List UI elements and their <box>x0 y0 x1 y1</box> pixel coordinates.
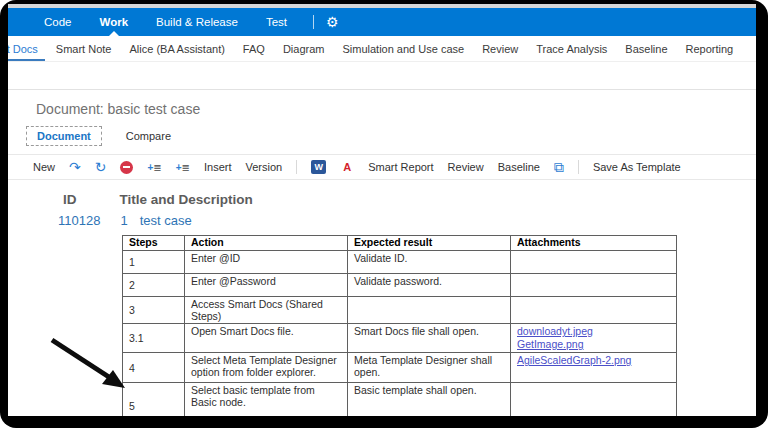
table-row: 3Access Smart Docs (Shared Steps) <box>123 297 677 324</box>
settings-gear-icon[interactable]: ⚙ <box>326 14 339 30</box>
step-number-cell[interactable]: 3.1 <box>123 324 185 353</box>
attachments-cell[interactable] <box>511 251 677 274</box>
tab-label: Smart Note <box>56 43 112 55</box>
tab-baseline[interactable]: Baseline <box>616 36 676 62</box>
add-row-above-icon[interactable]: +≣ <box>147 162 161 173</box>
new-button[interactable]: New <box>33 161 55 173</box>
baseline-button[interactable]: Baseline <box>498 161 540 173</box>
nav-item-label: Code <box>44 16 72 28</box>
tab-alice-ba-assistant-[interactable]: Alice (BA Assistant) <box>120 36 233 62</box>
attachments-cell[interactable] <box>511 274 677 297</box>
review-button[interactable]: Review <box>448 161 484 173</box>
tab-label: Diagram <box>283 43 325 55</box>
nav-item-label: Work <box>100 16 129 28</box>
insert-button[interactable]: Insert <box>204 161 232 173</box>
screen: Code Work Build & Release Test ⚙ rt Docs… <box>8 4 756 416</box>
nav-item-code[interactable]: Code <box>30 8 86 36</box>
document-title: Document: basic test case <box>8 90 756 117</box>
attachments-cell[interactable] <box>511 383 677 416</box>
toolbar-separator <box>296 160 297 174</box>
work-item-row: 110128 1test case <box>8 213 756 228</box>
tab-label: Review <box>482 43 518 55</box>
table-row: 4Select Meta Template Designer option fr… <box>123 353 677 383</box>
table-row: 3.1Open Smart Docs file.Smart Docs file … <box>123 324 677 353</box>
column-header-attachments: Attachments <box>511 236 677 251</box>
expected-result-cell[interactable] <box>348 297 511 324</box>
nav-item-test[interactable]: Test <box>252 8 301 36</box>
action-cell[interactable]: Enter @ID <box>185 251 348 274</box>
document-content: ID Title and Description 110128 1test ca… <box>8 180 756 416</box>
tab-label: FAQ <box>243 43 265 55</box>
step-number-cell[interactable]: 1 <box>123 251 185 274</box>
add-row-below-icon[interactable]: +≣ <box>176 162 190 173</box>
title-column-header: Title and Description <box>120 192 253 207</box>
word-icon: W <box>311 160 326 174</box>
attachment-link[interactable]: AgileScaledGraph-2.png <box>517 354 670 367</box>
attachments-cell[interactable] <box>511 297 677 324</box>
test-steps-table: StepsActionExpected resultAttachments 1E… <box>122 235 677 416</box>
list-glyph: ≣ <box>182 162 190 173</box>
attachment-link[interactable]: GetImage.png <box>517 338 670 351</box>
table-row: 5Select basic template from Basic node.B… <box>123 383 677 416</box>
top-navigation-bar: Code Work Build & Release Test ⚙ <box>8 8 756 36</box>
tab-rt-docs[interactable]: rt Docs <box>8 36 47 62</box>
step-number-cell[interactable]: 3 <box>123 297 185 324</box>
tab-label: Alice (BA Assistant) <box>129 43 224 55</box>
nav-separator <box>313 15 314 29</box>
tab-compare[interactable]: Compare <box>116 127 181 145</box>
tab-label: Simulation and Use case <box>342 43 464 55</box>
attachment-link[interactable]: downloadyt.jpeg <box>517 325 670 338</box>
pdf-icon: A <box>340 160 354 174</box>
block-icon[interactable] <box>120 161 133 174</box>
table-row: 1Enter @IDValidate ID. <box>123 251 677 274</box>
copy-icon[interactable]: ⧉ <box>554 160 564 174</box>
document-toolbar: New ↷ ↻ +≣ +≣ Insert Version W A Smart R… <box>8 154 756 180</box>
table-row: 2Enter @PasswordValidate password. <box>123 274 677 297</box>
expected-result-cell[interactable]: Validate ID. <box>348 251 511 274</box>
document-tabs: Document Compare <box>8 117 756 146</box>
refresh-icon[interactable]: ↻ <box>95 160 107 174</box>
version-button[interactable]: Version <box>245 161 282 173</box>
expected-result-cell[interactable]: Basic template shall open. <box>348 383 511 416</box>
tab-label: Reporting <box>686 43 734 55</box>
nav-item-label: Build & Release <box>156 16 238 28</box>
action-cell[interactable]: Access Smart Docs (Shared Steps) <box>185 297 348 324</box>
minus-circle-icon <box>120 161 133 174</box>
expected-result-cell[interactable]: Smart Docs file shall open. <box>348 324 511 353</box>
column-header-action: Action <box>185 236 348 251</box>
action-cell[interactable]: Select basic template from Basic node. <box>185 383 348 416</box>
column-header-steps: Steps <box>123 236 185 251</box>
tab-smart-note[interactable]: Smart Note <box>47 36 121 62</box>
nav-item-work[interactable]: Work <box>86 8 143 36</box>
action-cell[interactable]: Open Smart Docs file. <box>185 324 348 353</box>
tab-simulation-and-use-case[interactable]: Simulation and Use case <box>333 36 473 62</box>
action-cell[interactable]: Enter @Password <box>185 274 348 297</box>
nav-item-build-release[interactable]: Build & Release <box>142 8 252 36</box>
work-item-id[interactable]: 110128 <box>58 213 100 228</box>
tab-document[interactable]: Document <box>26 126 102 146</box>
action-cell[interactable]: Select Meta Template Designer option fro… <box>185 353 348 383</box>
export-pdf-button[interactable]: A <box>340 160 354 174</box>
tab-label: Baseline <box>625 43 667 55</box>
tab-diagram[interactable]: Diagram <box>274 36 334 62</box>
attachments-cell[interactable]: AgileScaledGraph-2.png <box>511 353 677 383</box>
tab-review[interactable]: Review <box>473 36 527 62</box>
table-header-row: StepsActionExpected resultAttachments <box>123 236 677 251</box>
smart-report-button[interactable]: Smart Report <box>368 161 433 173</box>
tab-trace-analysis[interactable]: Trace Analysis <box>527 36 616 62</box>
step-number-cell[interactable]: 4 <box>123 353 185 383</box>
work-item-title[interactable]: 1test case <box>120 213 191 228</box>
expected-result-cell[interactable]: Validate password. <box>348 274 511 297</box>
tab-reporting[interactable]: Reporting <box>677 36 743 62</box>
attachments-cell[interactable]: downloadyt.jpegGetImage.png <box>511 324 677 353</box>
expected-result-cell[interactable]: Meta Template Designer shall open. <box>348 353 511 383</box>
column-header-expected-result: Expected result <box>348 236 511 251</box>
step-number-cell[interactable]: 2 <box>123 274 185 297</box>
step-number-cell[interactable]: 5 <box>123 383 185 416</box>
tab-faq[interactable]: FAQ <box>234 36 274 62</box>
save-as-template-button[interactable]: Save As Template <box>593 161 681 173</box>
export-word-button[interactable]: W <box>311 160 326 174</box>
redo-icon[interactable]: ↷ <box>69 160 81 174</box>
work-item-row-number: 1 <box>120 213 127 228</box>
work-item-title-text: test case <box>140 213 192 228</box>
